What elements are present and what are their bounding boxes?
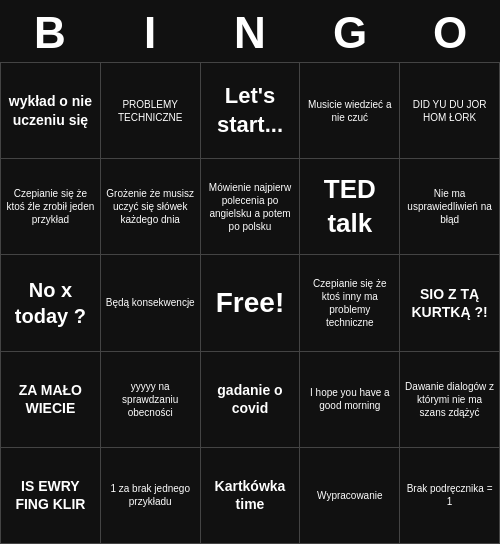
cell-r5-c1[interactable]: IS EWRY FING KLIR [1,448,100,543]
cell-r2-c1[interactable]: Czepianie się że ktoś źle zrobił jeden p… [1,159,100,254]
bingo-grid: wykład o nie uczeniu sięPROBLEMY TECHNIC… [0,62,500,544]
cell-r5-c2[interactable]: 1 za brak jednego przykładu [101,448,200,543]
cell-r4-c3[interactable]: gadanie o covid [201,352,300,447]
cell-r4-c2[interactable]: yyyyy na sprawdzaniu obecności [101,352,200,447]
cell-r3-c1[interactable]: No x today ? [1,255,100,350]
cell-r2-c3[interactable]: Mówienie najpierw polecenia po angielsku… [201,159,300,254]
cell-r1-c1[interactable]: wykład o nie uczeniu się [1,63,100,158]
cell-r4-c5[interactable]: Dawanie dialogów z którymi nie ma szans … [400,352,499,447]
cell-r2-c2[interactable]: Grożenie że musisz uczyć się słówek każd… [101,159,200,254]
cell-r5-c4[interactable]: Wypracowanie [300,448,399,543]
header-i: I [100,8,200,58]
bingo-card: B I N G O wykład o nie uczeniu sięPROBLE… [0,0,500,544]
cell-r4-c1[interactable]: ZA MAŁO WIECIE [1,352,100,447]
cell-r5-c3[interactable]: Kartkówka time [201,448,300,543]
cell-r1-c3[interactable]: Let's start... [201,63,300,158]
cell-r3-c2[interactable]: Będą konsekwencje [101,255,200,350]
cell-r2-c4[interactable]: TED talk [300,159,399,254]
header-n: N [200,8,300,58]
cell-r5-c5[interactable]: Brak podręcznika = 1 [400,448,499,543]
cell-r1-c2[interactable]: PROBLEMY TECHNICZNE [101,63,200,158]
bingo-header: B I N G O [0,0,500,62]
cell-r3-c5[interactable]: SIO Z TĄ KURTKĄ ?! [400,255,499,350]
cell-r1-c5[interactable]: DID YU DU JOR HOM ŁORK [400,63,499,158]
header-o: O [400,8,500,58]
header-g: G [300,8,400,58]
cell-r4-c4[interactable]: I hope you have a good morning [300,352,399,447]
cell-r3-c4[interactable]: Czepianie się że ktoś inny ma problemy t… [300,255,399,350]
cell-r1-c4[interactable]: Musicie wiedzieć a nie czuć [300,63,399,158]
cell-r2-c5[interactable]: Nie ma usprawiedliwień na błąd [400,159,499,254]
cell-r3-c3[interactable]: Free! [201,255,300,350]
header-b: B [0,8,100,58]
